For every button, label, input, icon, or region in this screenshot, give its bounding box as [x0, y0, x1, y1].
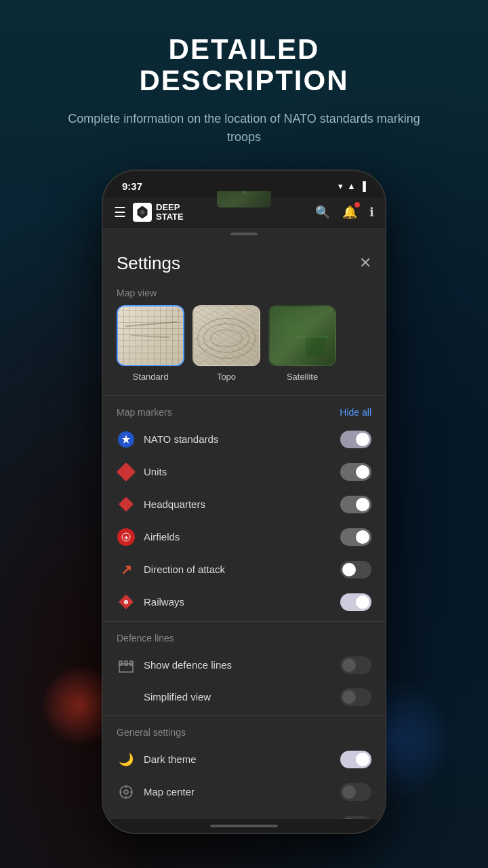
phone-frame: 9:37 ▾ ▲ ▐ ☰: [102, 170, 386, 834]
airfields-toggle-thumb: [356, 530, 369, 544]
units-toggle-thumb: [356, 465, 369, 479]
defence-section: Defence lines: [103, 625, 385, 713]
units-label: Units: [144, 466, 167, 477]
railways-toggle[interactable]: [340, 593, 371, 611]
castle-icon: [118, 657, 134, 673]
home-bar: [103, 819, 385, 833]
defence-section-label: Defence lines: [103, 633, 385, 649]
toggle-left: Headquarters: [117, 495, 205, 514]
show-defence-row: Show defence lines: [103, 649, 385, 682]
hq-diamond: [119, 497, 134, 512]
info-icon[interactable]: ℹ: [369, 205, 374, 220]
toggle-left: NATO standards: [117, 430, 218, 449]
svg-rect-5: [125, 661, 127, 665]
direction-of-attack-row: ↗ Direction of attack: [103, 553, 385, 586]
moon-glyph: 🌙: [119, 752, 134, 767]
page-title: DETAILED DESCRIPTION: [0, 34, 488, 96]
map-view-topo[interactable]: Topo: [192, 305, 260, 382]
svg-text:✈: ✈: [124, 534, 129, 540]
railways-toggle-thumb: [356, 595, 369, 609]
hq-label: Headquarters: [144, 498, 205, 510]
markers-section-label: Map markers: [117, 407, 172, 418]
attack-toggle-thumb: [342, 563, 356, 576]
home-indicator: [210, 825, 278, 827]
airfield-circle: ✈: [117, 528, 135, 546]
camera-notch: [203, 171, 285, 191]
toggle-left: ↗ Direction of attack: [117, 560, 225, 579]
headquarters-row: Headquarters: [103, 488, 385, 521]
nato-circle: [118, 431, 134, 448]
simplified-toggle[interactable]: [340, 688, 371, 706]
map-view-standard[interactable]: Standard: [117, 305, 184, 382]
defence-left: Show defence lines: [117, 656, 232, 675]
dark-theme-toggle[interactable]: [340, 751, 371, 768]
map-center-toggle-thumb: [342, 785, 356, 799]
hide-all-button[interactable]: Hide all: [340, 407, 371, 418]
units-toggle[interactable]: [340, 463, 371, 481]
search-icon[interactable]: 🔍: [315, 205, 330, 220]
page-header: DETAILED DESCRIPTION Complete informatio…: [0, 0, 488, 146]
defence-toggle[interactable]: [340, 656, 371, 674]
simplified-view-row: Simplified view: [103, 682, 385, 713]
units-icon: [117, 462, 136, 481]
phone-mockup: 9:37 ▾ ▲ ▐ ☰: [102, 170, 386, 834]
attack-icon: ↗: [117, 560, 136, 579]
app-logo: DEEP STATE: [133, 203, 184, 222]
airfield-icon: ✈: [117, 528, 136, 547]
dark-theme-row: 🌙 Dark theme: [103, 743, 385, 776]
railways-label: Railways: [144, 596, 184, 608]
crosshair-icon: [117, 783, 136, 802]
svg-rect-6: [130, 661, 133, 665]
nato-label: NATO standards: [144, 433, 218, 445]
nato-toggle[interactable]: [340, 431, 371, 448]
nato-standards-row: NATO standards: [103, 423, 385, 456]
notification-icon[interactable]: 🔔: [342, 205, 357, 220]
railways-row: ⊕ Railways: [103, 586, 385, 618]
page-subtitle: Complete information on the location of …: [0, 110, 488, 146]
hq-toggle[interactable]: [340, 496, 371, 513]
nato-toggle-thumb: [356, 433, 369, 446]
status-time: 9:37: [122, 180, 142, 192]
logo-text: DEEP STATE: [156, 203, 184, 222]
scroll-indicator: [103, 229, 385, 239]
dark-theme-label: Dark theme: [144, 753, 197, 765]
svg-point-8: [124, 790, 128, 794]
crosshair-svg: [119, 785, 134, 800]
toggle-left: ✈ Airfields: [117, 528, 180, 547]
defence-lines-label: Show defence lines: [144, 659, 232, 671]
phone-screen: 9:37 ▾ ▲ ▐ ☰: [103, 171, 385, 833]
logo-svg: [135, 205, 150, 220]
defence-icon: [117, 656, 136, 675]
settings-header: Settings ✕: [103, 239, 385, 282]
svg-point-0: [140, 210, 144, 214]
standard-label: Standard: [133, 372, 169, 382]
attack-toggle[interactable]: [340, 561, 371, 578]
units-diamond: [117, 462, 136, 481]
satellite-thumb[interactable]: [268, 305, 336, 366]
close-button[interactable]: ✕: [359, 254, 371, 272]
map-view-satellite[interactable]: Satellite: [268, 305, 336, 382]
app-header: ☰ DEEP STATE: [103, 197, 385, 229]
map-center-toggle[interactable]: [340, 783, 371, 801]
standard-thumb[interactable]: [117, 305, 184, 366]
svg-rect-4: [119, 661, 122, 665]
hq-toggle-thumb: [356, 498, 369, 511]
airfields-label: Airfields: [144, 531, 180, 542]
imperial-toggle[interactable]: [340, 816, 371, 819]
airfields-toggle[interactable]: [340, 528, 371, 546]
simplified-toggle-thumb: [342, 690, 356, 704]
topo-thumb[interactable]: [192, 305, 260, 366]
notification-badge: [354, 202, 360, 208]
attack-arrow: ↗: [121, 561, 132, 578]
satellite-label: Satellite: [287, 372, 318, 382]
map-views: Standard Topo: [103, 305, 385, 393]
airfield-svg: ✈: [121, 532, 131, 542]
header-right: 🔍 🔔 ℹ: [315, 205, 374, 220]
battery-icon: ▐: [360, 181, 366, 191]
moon-icon: 🌙: [117, 750, 136, 769]
toggle-left: Map center: [117, 783, 195, 802]
units-row: Units: [103, 456, 385, 488]
settings-panel[interactable]: Settings ✕ Map view: [103, 239, 385, 819]
toggle-left: Units: [117, 462, 167, 481]
hamburger-icon[interactable]: ☰: [114, 204, 126, 220]
